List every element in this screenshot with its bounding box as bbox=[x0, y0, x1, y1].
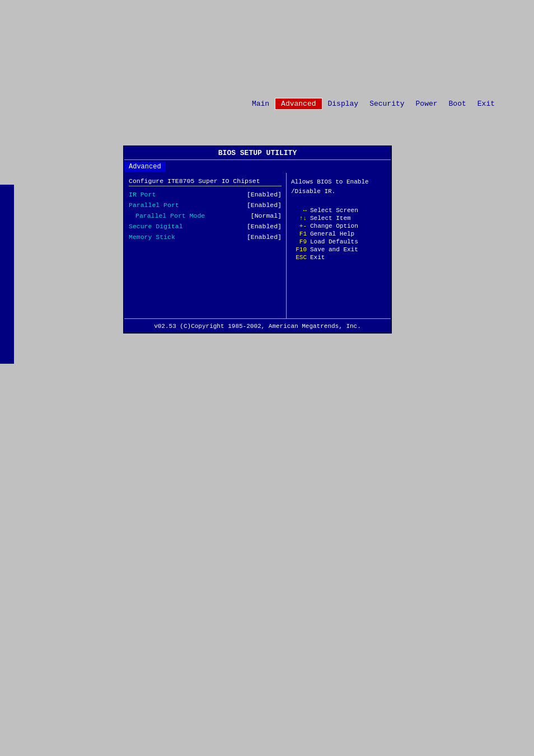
shortcut-key-updown: ↑↓ bbox=[291, 215, 307, 222]
bios-title: BIOS SETUP UTILITY bbox=[124, 147, 391, 160]
shortcut-select-screen: ↔ Select Screen bbox=[291, 207, 386, 214]
menu-item-exit[interactable]: Exit bbox=[472, 98, 500, 109]
ir-port-value[interactable]: [Enabled] bbox=[247, 191, 282, 198]
config-row-parallel-port-mode: Parallel Port Mode [Normal] bbox=[129, 212, 282, 219]
shortcut-desc-select-screen: Select Screen bbox=[310, 207, 358, 214]
shortcut-desc-general-help: General Help bbox=[310, 231, 354, 237]
config-row-parallel-port: Parallel Port [Enabled] bbox=[129, 201, 282, 209]
bios-content: Configure ITE8705 Super IO Chipset IR Po… bbox=[124, 173, 391, 318]
help-text: Allows BIOS to Enable /Disable IR. bbox=[291, 177, 386, 196]
shortcut-select-item: ↑↓ Select Item bbox=[291, 215, 386, 222]
help-line-2: /Disable IR. bbox=[291, 188, 335, 195]
config-row-ir-port: IR Port [Enabled] bbox=[129, 191, 282, 198]
parallel-port-mode-value[interactable]: [Normal] bbox=[251, 212, 282, 219]
shortcut-key-arrows: ↔ bbox=[291, 207, 307, 214]
shortcut-change-option: +- Change Option bbox=[291, 223, 386, 229]
bios-subtitle-bar: Advanced bbox=[124, 160, 391, 173]
memory-stick-label: Memory Stick bbox=[129, 233, 175, 241]
menu-item-security[interactable]: Security bbox=[364, 98, 410, 109]
shortcut-key-esc: ESC bbox=[291, 254, 307, 261]
bios-window: BIOS SETUP UTILITY Advanced Configure IT… bbox=[123, 145, 392, 334]
menu-item-main[interactable]: Main bbox=[246, 98, 275, 109]
config-row-memory-stick: Memory Stick [Enabled] bbox=[129, 233, 282, 241]
config-row-secure-digital: Secure Digital [Enabled] bbox=[129, 223, 282, 230]
shortcut-desc-select-item: Select Item bbox=[310, 215, 351, 222]
parallel-block: Parallel Port [Enabled] Parallel Port Mo… bbox=[129, 201, 282, 219]
bios-title-text: BIOS SETUP UTILITY bbox=[218, 149, 297, 157]
shortcut-key-f9: F9 bbox=[291, 238, 307, 245]
shortcut-desc-change-option: Change Option bbox=[310, 223, 358, 229]
shortcut-general-help: F1 General Help bbox=[291, 231, 386, 237]
menu-item-display[interactable]: Display bbox=[322, 98, 364, 109]
menu-item-advanced[interactable]: Advanced bbox=[275, 98, 322, 110]
bios-subtitle: Advanced bbox=[124, 162, 166, 172]
shortcut-desc-load-defaults: Load Defaults bbox=[310, 238, 358, 245]
bios-left-panel: Configure ITE8705 Super IO Chipset IR Po… bbox=[124, 173, 287, 318]
shortcut-exit: ESC Exit bbox=[291, 254, 386, 261]
memory-stick-value[interactable]: [Enabled] bbox=[247, 233, 282, 241]
shortcut-save-exit: F10 Save and Exit bbox=[291, 246, 386, 253]
shortcut-desc-save-exit: Save and Exit bbox=[310, 246, 358, 253]
help-line-1: Allows BIOS to Enable bbox=[291, 179, 369, 185]
footer-text: v02.53 (C)Copyright 1985-2002, American … bbox=[154, 323, 361, 330]
top-menu-bar: Main Advanced Display Security Power Boo… bbox=[246, 98, 500, 110]
parallel-port-value[interactable]: [Enabled] bbox=[247, 201, 282, 209]
keyboard-shortcuts: ↔ Select Screen ↑↓ Select Item +- Change… bbox=[291, 207, 386, 261]
shortcut-desc-exit: Exit bbox=[310, 254, 325, 261]
shortcut-key-f1: F1 bbox=[291, 231, 307, 237]
parallel-port-label: Parallel Port bbox=[129, 201, 179, 209]
bios-footer: v02.53 (C)Copyright 1985-2002, American … bbox=[124, 318, 391, 332]
bios-right-panel: Allows BIOS to Enable /Disable IR. ↔ Sel… bbox=[287, 173, 391, 318]
shortcut-key-plusminus: +- bbox=[291, 223, 307, 229]
shortcut-load-defaults: F9 Load Defaults bbox=[291, 238, 386, 245]
section-header: Configure ITE8705 Super IO Chipset bbox=[129, 177, 282, 186]
sidebar-strip bbox=[0, 185, 14, 364]
menu-item-power[interactable]: Power bbox=[410, 98, 443, 109]
secure-digital-label: Secure Digital bbox=[129, 223, 183, 230]
parallel-port-mode-label: Parallel Port Mode bbox=[129, 212, 205, 219]
ir-port-label: IR Port bbox=[129, 191, 156, 198]
shortcut-key-f10: F10 bbox=[291, 246, 307, 253]
secure-digital-value[interactable]: [Enabled] bbox=[247, 223, 282, 230]
menu-item-boot[interactable]: Boot bbox=[443, 98, 472, 109]
